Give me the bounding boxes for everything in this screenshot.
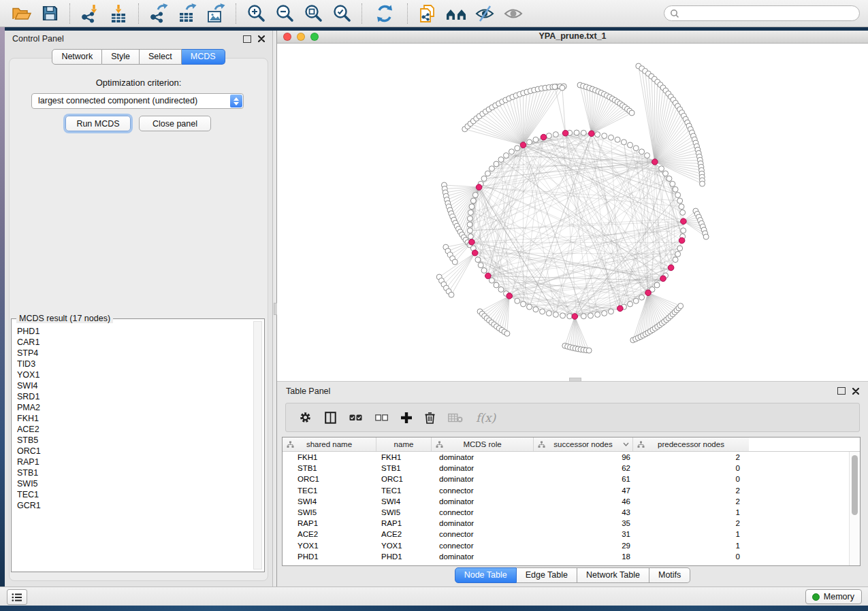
- float-panel-icon[interactable]: [837, 387, 846, 395]
- network-node[interactable]: [680, 210, 686, 215]
- network-node[interactable]: [540, 309, 545, 314]
- add-column-button[interactable]: [401, 412, 412, 423]
- search-box[interactable]: [664, 5, 860, 21]
- network-node[interactable]: [475, 257, 481, 263]
- network-node[interactable]: [602, 133, 607, 139]
- horizontal-splitter-grip[interactable]: [569, 378, 581, 382]
- network-canvas[interactable]: [277, 43, 868, 381]
- mcds-result-item[interactable]: SRD1: [17, 391, 251, 402]
- network-node[interactable]: [629, 110, 634, 116]
- network-node[interactable]: [560, 85, 565, 90]
- mcds-node[interactable]: [562, 130, 568, 136]
- network-node[interactable]: [628, 142, 633, 148]
- network-node[interactable]: [515, 146, 520, 151]
- network-node[interactable]: [467, 228, 472, 233]
- network-node[interactable]: [581, 314, 586, 319]
- table-scrollbar[interactable]: [849, 452, 860, 565]
- mcds-result-item[interactable]: PMA2: [17, 402, 251, 413]
- zoom-fit-button[interactable]: [299, 3, 327, 24]
- mcds-result-item[interactable]: TEC1: [17, 489, 251, 500]
- mcds-node[interactable]: [507, 293, 513, 299]
- table-row[interactable]: SWI5SWI5connector431: [283, 507, 860, 518]
- tab-edge-table[interactable]: Edge Table: [517, 567, 577, 583]
- network-node[interactable]: [679, 204, 684, 210]
- network-node[interactable]: [489, 166, 494, 171]
- search-input[interactable]: [679, 8, 859, 19]
- show-columns-button[interactable]: [325, 412, 336, 424]
- mcds-result-item[interactable]: GCR1: [17, 500, 251, 511]
- network-node[interactable]: [533, 307, 539, 312]
- table-row[interactable]: PHD1PHD1dominator180: [283, 551, 860, 562]
- mcds-node[interactable]: [660, 276, 666, 282]
- network-node[interactable]: [663, 171, 669, 176]
- network-node[interactable]: [673, 257, 678, 263]
- tab-node-table[interactable]: Node Table: [455, 567, 517, 583]
- column-header-successor-nodes[interactable]: successor nodes: [534, 437, 633, 451]
- network-node[interactable]: [468, 234, 473, 240]
- table-scrollbar-thumb[interactable]: [852, 455, 858, 515]
- mcds-node[interactable]: [679, 237, 685, 244]
- table-row[interactable]: SWI4SWI4dominator462: [283, 496, 860, 507]
- network-node[interactable]: [503, 153, 509, 159]
- mcds-list-scrollbar[interactable]: [253, 321, 262, 569]
- first-neighbors-button[interactable]: [442, 3, 470, 24]
- mcds-result-item[interactable]: STB1: [17, 467, 251, 478]
- network-node[interactable]: [498, 286, 504, 292]
- network-node[interactable]: [574, 130, 579, 135]
- network-node[interactable]: [628, 301, 633, 307]
- table-row[interactable]: FKH1FKH1dominator962: [283, 452, 860, 463]
- mcds-result-item[interactable]: STP4: [17, 348, 251, 359]
- network-node[interactable]: [677, 246, 683, 251]
- mcds-result-item[interactable]: STB5: [17, 435, 251, 446]
- mcds-node[interactable]: [645, 290, 652, 296]
- network-node[interactable]: [633, 298, 639, 303]
- tab-network-table[interactable]: Network Table: [577, 567, 649, 583]
- import-network-button[interactable]: [76, 3, 104, 24]
- network-node[interactable]: [673, 186, 678, 192]
- mcds-result-item[interactable]: ORC1: [17, 446, 251, 457]
- mcds-node[interactable]: [617, 306, 624, 312]
- column-settings-button[interactable]: [299, 411, 312, 424]
- tab-motifs[interactable]: Motifs: [649, 567, 690, 583]
- close-panel-button[interactable]: Close panel: [139, 116, 211, 131]
- mcds-result-item[interactable]: SWI4: [17, 380, 251, 391]
- column-header-name[interactable]: name: [376, 437, 432, 451]
- network-node[interactable]: [615, 137, 620, 142]
- mcds-result-item[interactable]: RAP1: [17, 457, 251, 467]
- mcds-node[interactable]: [572, 314, 578, 320]
- apply-layout-button[interactable]: [368, 3, 402, 24]
- mcds-node[interactable]: [681, 218, 687, 225]
- network-node[interactable]: [659, 166, 664, 171]
- tab-mcds[interactable]: MCDS: [182, 49, 225, 65]
- network-node[interactable]: [481, 176, 487, 182]
- export-table-button[interactable]: [173, 3, 202, 24]
- mcds-result-item[interactable]: PHD1: [17, 326, 251, 337]
- network-node[interactable]: [509, 149, 514, 154]
- network-node[interactable]: [588, 313, 593, 318]
- delete-column-button[interactable]: [425, 412, 435, 424]
- network-node[interactable]: [478, 263, 483, 268]
- network-node[interactable]: [560, 313, 566, 318]
- network-node[interactable]: [553, 132, 558, 137]
- export-network-button[interactable]: [144, 3, 173, 24]
- mcds-node[interactable]: [668, 265, 674, 271]
- tab-select[interactable]: Select: [140, 49, 182, 65]
- mcds-result-item[interactable]: YOX1: [17, 369, 251, 380]
- network-node[interactable]: [595, 312, 600, 317]
- memory-button[interactable]: Memory: [805, 589, 862, 604]
- mcds-node[interactable]: [589, 131, 595, 137]
- export-image-button[interactable]: [202, 3, 230, 24]
- network-node[interactable]: [515, 298, 520, 303]
- network-node[interactable]: [666, 176, 672, 182]
- deselect-all-columns-button[interactable]: [375, 414, 388, 421]
- zoom-out-button[interactable]: [270, 3, 299, 24]
- zoom-in-button[interactable]: [242, 3, 270, 24]
- mcds-node[interactable]: [469, 239, 475, 245]
- column-header-shared-name[interactable]: shared name: [283, 437, 376, 451]
- network-node[interactable]: [645, 153, 650, 159]
- network-node[interactable]: [546, 310, 551, 316]
- table-row[interactable]: STB1STB1dominator620: [283, 463, 860, 474]
- network-node[interactable]: [449, 292, 454, 297]
- network-node[interactable]: [553, 312, 558, 317]
- network-node[interactable]: [527, 139, 532, 145]
